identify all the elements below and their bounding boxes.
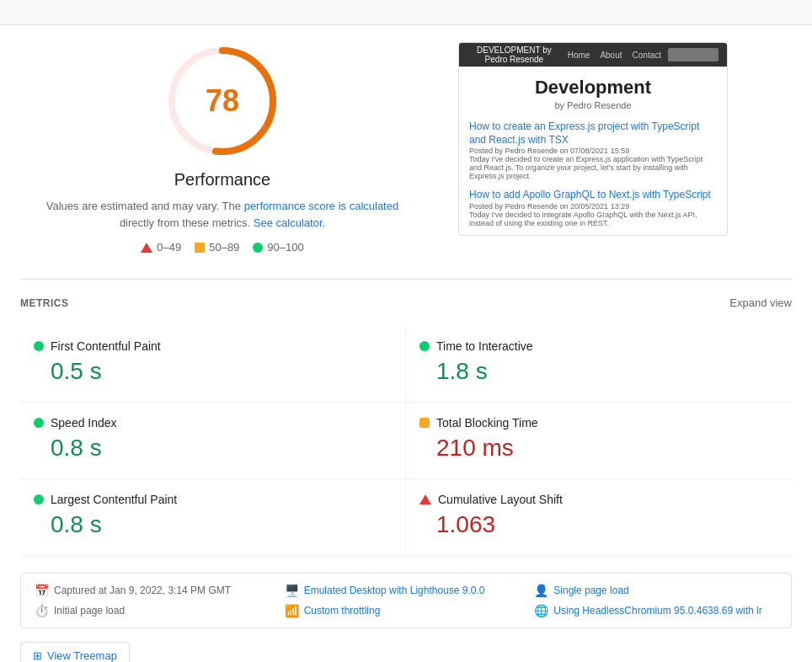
legend: 0–49 50–89 90–100 xyxy=(141,241,303,254)
sc-article-2: How to add Apollo GraphQL to Next.js wit… xyxy=(469,189,717,227)
metric-tbt-header: Total Blocking Time xyxy=(419,416,778,430)
info-captured: 📅 Captured at Jan 9, 2022, 3:14 PM GMT xyxy=(35,584,278,597)
legend-dot-orange xyxy=(195,243,205,253)
screenshot-bar-nav: Home About Contact xyxy=(568,51,661,60)
info-single-page: 👤 Single page load xyxy=(534,584,777,597)
info-bar: 📅 Captured at Jan 9, 2022, 3:14 PM GMT 🖥… xyxy=(20,573,792,628)
sc-article2-text: Today I've decided to integrate Apollo G… xyxy=(469,211,717,227)
metric-lcp-name: Largest Contentful Paint xyxy=(51,493,177,506)
metric-lcp-header: Largest Contentful Paint xyxy=(34,493,392,506)
metric-si-header: Speed Index xyxy=(34,416,392,430)
hero-section: 78 Performance Values are estimated and … xyxy=(20,42,792,254)
metric-fcp: First Contentful Paint 0.5 s xyxy=(20,326,406,403)
metric-cls-name: Cumulative Layout Shift xyxy=(438,493,563,506)
person-icon: 👤 xyxy=(534,584,548,597)
top-bar xyxy=(0,0,812,25)
metric-tbt-name: Total Blocking Time xyxy=(436,416,538,430)
info-initial-load: ⏱️ Initial page load xyxy=(35,604,278,617)
info-emulated-link[interactable]: Emulated Desktop with Lighthouse 9.0.0 xyxy=(304,585,485,596)
metric-cls-dot xyxy=(419,494,431,505)
legend-dot-green xyxy=(253,243,263,253)
screenshot-bar: DEVELOPMENT by Pedro Resende Home About … xyxy=(459,43,727,67)
metrics-label: METRICS xyxy=(20,297,69,309)
legend-label-red: 0–49 xyxy=(157,241,181,254)
metric-tbt: Total Blocking Time 210 ms xyxy=(406,403,792,479)
metric-tti-header: Time to Interactive xyxy=(419,339,778,353)
metric-tti-value: 1.8 s xyxy=(436,358,778,385)
divider-1 xyxy=(20,279,792,280)
metric-si-name: Speed Index xyxy=(51,416,117,430)
performance-title: Performance xyxy=(174,170,271,190)
nav-contact: Contact xyxy=(633,51,661,60)
treemap-label: View Treemap xyxy=(47,649,117,662)
gauge-container: 78 xyxy=(163,42,281,160)
screenshot-section: DEVELOPMENT by Pedro Resende Home About … xyxy=(458,42,792,254)
legend-dot-red xyxy=(141,243,152,253)
metric-lcp-value: 0.8 s xyxy=(51,511,392,538)
gauge-score: 78 xyxy=(206,83,239,119)
sc-site-title: Development xyxy=(469,77,717,99)
expand-view-button[interactable]: Expand view xyxy=(729,296,792,309)
metric-si: Speed Index 0.8 s xyxy=(20,403,406,479)
info-browser-link[interactable]: Using HeadlessChromium 95.0.4638.69 with… xyxy=(553,605,761,617)
info-initial-load-text: Initial page load xyxy=(54,605,125,617)
treemap-icon: ⊞ xyxy=(33,649,42,662)
nav-about: About xyxy=(600,51,622,60)
metrics-header: METRICS Expand view xyxy=(20,296,792,309)
desktop-icon: 🖥️ xyxy=(285,584,299,597)
search-bar-mock xyxy=(668,48,719,61)
sc-article1-text: Today I've decided to create an Express.… xyxy=(469,155,717,180)
main-content: 78 Performance Values are estimated and … xyxy=(0,25,812,662)
treemap-button[interactable]: ⊞ View Treemap xyxy=(20,642,130,662)
legend-label-orange: 50–89 xyxy=(209,241,239,254)
score-desc: Values are estimated and may vary. The p… xyxy=(46,198,398,231)
metric-tti: Time to Interactive 1.8 s xyxy=(406,326,792,403)
metric-fcp-value: 0.5 s xyxy=(51,358,392,385)
screenshot-preview: DEVELOPMENT by Pedro Resende Home About … xyxy=(458,42,728,236)
sc-article2-meta: Posted by Pedro Resende on 20/05/2021 13… xyxy=(469,202,717,211)
globe-icon: 🌐 xyxy=(534,604,548,617)
info-captured-text: Captured at Jan 9, 2022, 3:14 PM GMT xyxy=(54,585,231,596)
info-throttling: 📶 Custom throttling xyxy=(285,604,528,617)
sc-site-subtitle: by Pedro Resende xyxy=(469,100,717,110)
legend-item-orange: 50–89 xyxy=(195,241,239,254)
metric-lcp: Largest Contentful Paint 0.8 s xyxy=(20,479,406,556)
legend-item-green: 90–100 xyxy=(253,241,303,254)
info-emulated: 🖥️ Emulated Desktop with Lighthouse 9.0.… xyxy=(285,584,528,597)
legend-item-red: 0–49 xyxy=(141,241,181,254)
perf-score-link[interactable]: performance score is calculated xyxy=(244,200,399,212)
calculator-link[interactable]: See calculator. xyxy=(254,216,325,229)
info-browser: 🌐 Using HeadlessChromium 95.0.4638.69 wi… xyxy=(534,604,777,617)
calendar-icon: 📅 xyxy=(35,584,49,597)
score-section: 78 Performance Values are estimated and … xyxy=(20,42,425,254)
nav-home: Home xyxy=(568,51,590,60)
sc-article-1: How to create an Express.js project with… xyxy=(469,120,717,180)
metric-fcp-dot xyxy=(34,341,44,351)
screenshot-content: Development by Pedro Resende How to crea… xyxy=(459,67,727,236)
metric-si-value: 0.8 s xyxy=(51,435,392,462)
sc-article1-title: How to create an Express.js project with… xyxy=(469,120,717,147)
metric-tti-dot xyxy=(419,341,430,351)
metric-cls: Cumulative Layout Shift 1.063 xyxy=(406,479,792,556)
metric-fcp-header: First Contentful Paint xyxy=(34,339,392,353)
metrics-grid: First Contentful Paint 0.5 s Time to Int… xyxy=(20,326,792,556)
sc-article1-meta: Posted by Pedro Resende on 07/08/2021 15… xyxy=(469,147,717,155)
legend-label-green: 90–100 xyxy=(267,241,303,254)
screenshot-bar-title: DEVELOPMENT by Pedro Resende xyxy=(467,45,561,64)
timer-icon: ⏱️ xyxy=(35,604,49,617)
sc-article2-title: How to add Apollo GraphQL to Next.js wit… xyxy=(469,189,717,202)
info-throttling-link[interactable]: Custom throttling xyxy=(304,605,381,617)
metric-fcp-name: First Contentful Paint xyxy=(51,339,161,353)
metric-tbt-value: 210 ms xyxy=(436,435,778,462)
info-single-page-link[interactable]: Single page load xyxy=(553,585,628,596)
metric-cls-value: 1.063 xyxy=(436,511,778,538)
signal-icon: 📶 xyxy=(285,604,299,617)
metric-tti-name: Time to Interactive xyxy=(436,339,533,353)
metric-si-dot xyxy=(34,418,44,428)
metric-lcp-dot xyxy=(34,494,44,505)
metric-cls-header: Cumulative Layout Shift xyxy=(419,493,778,506)
metric-tbt-dot xyxy=(419,418,430,428)
